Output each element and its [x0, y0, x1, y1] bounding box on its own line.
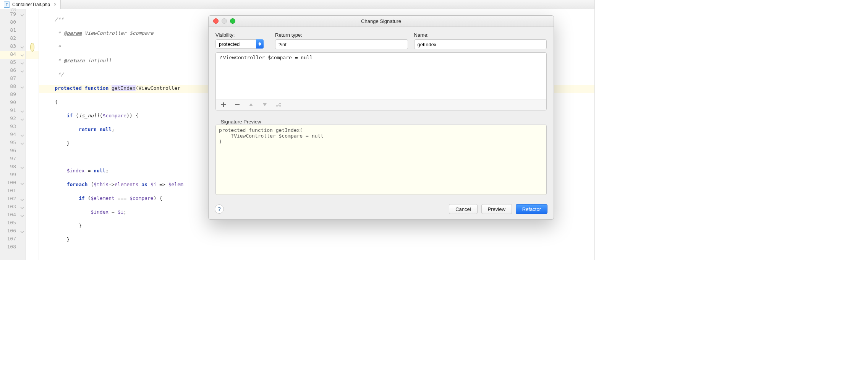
dialog-titlebar[interactable]: Change Signature [209, 16, 554, 27]
line-number: 99 [0, 172, 19, 180]
line-number: 83 [0, 43, 19, 51]
fold-toggle[interactable] [19, 131, 25, 139]
add-parameter-button[interactable] [219, 101, 228, 109]
kw-protected: protected [55, 85, 81, 91]
close-icon[interactable]: × [52, 2, 57, 7]
line-number: 93 [0, 123, 19, 131]
line-number-gutter: 7879808182838485868788899091929394959697… [0, 9, 19, 260]
preview-button[interactable]: Preview [481, 204, 512, 214]
fold-toggle[interactable] [19, 83, 25, 91]
fold-toggle[interactable] [19, 107, 25, 115]
line-number: 108 [0, 244, 19, 252]
gutter-marker-slot [26, 7, 39, 11]
fold-toggle [19, 148, 25, 156]
gutter-marker-slot [26, 91, 39, 99]
parameter-row[interactable]: ?ViewController $compare = null [218, 54, 544, 63]
close-icon[interactable] [213, 18, 219, 24]
fold-toggle[interactable] [19, 204, 25, 212]
doc-close: */ [55, 71, 63, 77]
var-index: $index [91, 209, 108, 215]
fold-toggle[interactable] [19, 180, 25, 188]
doc-open: /** [55, 16, 63, 22]
phpdoc-return-tag: @return [64, 58, 85, 63]
fold-toggle[interactable] [19, 67, 25, 75]
gutter-marker-slot [26, 19, 39, 27]
line-number: 103 [0, 204, 19, 212]
svg-point-2 [279, 103, 281, 104]
svg-point-1 [276, 105, 278, 107]
dialog-footer: ? Cancel Preview Refactor [209, 200, 554, 219]
fold-toggle [19, 220, 25, 228]
fold-toggle[interactable] [19, 228, 25, 236]
line-number: 105 [0, 220, 19, 228]
fold-toggle[interactable] [19, 196, 25, 204]
fold-toggle[interactable] [19, 212, 25, 220]
refactor-button[interactable]: Refactor [516, 204, 547, 214]
return-type-input[interactable] [275, 39, 408, 49]
cancel-button[interactable]: Cancel [449, 204, 477, 214]
name-input[interactable] [414, 39, 547, 49]
fold-toggle[interactable] [19, 164, 25, 172]
move-down-button[interactable] [260, 101, 269, 109]
gutter-marker-slot [26, 123, 39, 131]
fold-toggle [19, 99, 25, 107]
var-compare: $compare [103, 113, 127, 118]
window-controls [209, 18, 235, 24]
fold-toggle[interactable] [19, 115, 25, 123]
fold-toggle[interactable] [19, 51, 25, 59]
var-compare: $compare [130, 195, 154, 201]
gutter-marker-slot [26, 51, 39, 59]
var-elem-trunc: $elem [168, 182, 183, 187]
fn-sig-tail: (ViewController [136, 85, 183, 91]
op-eq3: === [115, 195, 130, 201]
fold-toggle [19, 27, 25, 35]
svg-point-3 [279, 105, 281, 107]
gutter-marker-slot [26, 115, 39, 123]
gutter-marker-slot [26, 107, 39, 115]
line-number: 102 [0, 196, 19, 204]
fat-arrow: => [156, 182, 168, 187]
gutter-marker-slot [26, 27, 39, 35]
fold-toggle[interactable] [19, 139, 25, 148]
gutter-marker-slot [26, 99, 39, 107]
svg-rect-0 [235, 104, 240, 105]
move-up-button[interactable] [246, 101, 256, 109]
gutter-marker-slot [26, 43, 39, 51]
parameters-list[interactable]: ?ViewController $compare = null [216, 53, 546, 99]
line-number: 88 [0, 83, 19, 91]
name-label: Name: [414, 32, 547, 38]
visibility-select[interactable]: publicprotectedprivate [215, 39, 264, 49]
gutter-marker-slot [26, 180, 39, 188]
arrow: -> [108, 182, 115, 187]
kw-function: function [85, 85, 109, 91]
warning-marker-icon[interactable] [30, 43, 34, 52]
remove-parameter-button[interactable] [233, 101, 242, 109]
zoom-icon[interactable] [230, 18, 235, 24]
phpdoc-param-tag: @param [64, 30, 82, 36]
fold-toggle[interactable] [19, 43, 25, 51]
phpdoc-type: ViewController [85, 30, 127, 36]
gutter-marker-slot [26, 148, 39, 156]
fold-toggle [19, 188, 25, 196]
gutter-marker-slot [26, 156, 39, 164]
fold-toggle [19, 7, 25, 11]
dialog-title: Change Signature [209, 18, 554, 24]
gutter-marker-slot [26, 204, 39, 212]
fn-isnull: is_null [79, 113, 100, 118]
parameters-box: ?ViewController $compare = null [215, 52, 547, 110]
fold-gutter [19, 9, 26, 260]
fold-toggle[interactable] [19, 11, 25, 19]
propagate-button[interactable] [274, 101, 283, 109]
help-button[interactable]: ? [215, 204, 224, 214]
line-number: 81 [0, 27, 19, 35]
prop-elements: elements [115, 182, 139, 187]
visibility-label: Visibility: [215, 32, 269, 38]
line-number: 96 [0, 148, 19, 156]
parameters-toolbar [216, 99, 546, 110]
kw-foreach: foreach [67, 182, 88, 187]
line-number: 85 [0, 59, 19, 67]
gutter-marker-slot [26, 228, 39, 236]
fold-toggle [19, 35, 25, 43]
fold-toggle[interactable] [19, 59, 25, 67]
line-number: 78 [0, 7, 19, 11]
